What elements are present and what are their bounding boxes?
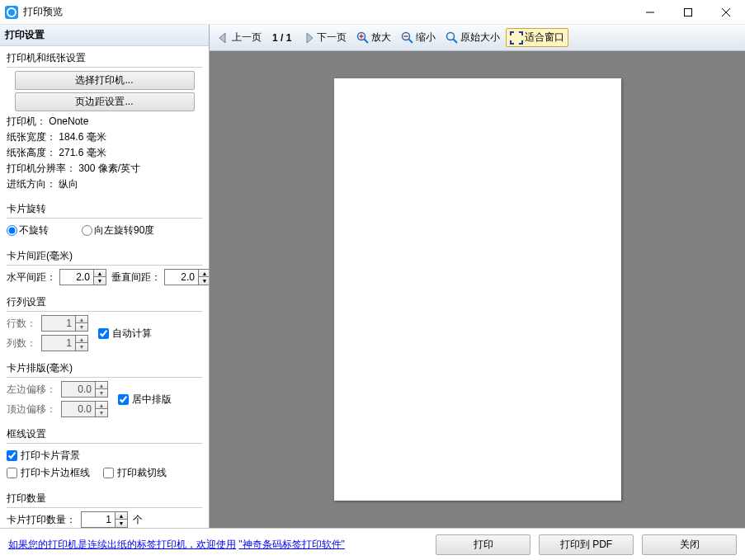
print-button[interactable]: 打印 [436, 534, 530, 555]
center-layout-label: 居中排版 [132, 393, 172, 407]
dpi-value: 300 像素/英寸 [78, 162, 140, 174]
rotate-none-input[interactable] [7, 225, 17, 236]
minimize-icon [646, 8, 654, 16]
rows-label: 行数： [7, 317, 36, 331]
hspacing-down[interactable]: ▼ [94, 277, 106, 285]
print-border-input[interactable] [7, 468, 17, 478]
rows-input [42, 318, 75, 329]
zoom-in-label: 放大 [371, 31, 391, 45]
vspacing-label: 垂直间距： [111, 271, 161, 285]
rotate-left90-input[interactable] [82, 225, 92, 236]
printer-value: OneNote [49, 115, 88, 127]
hspacing-spinner[interactable]: ▲▼ [59, 269, 106, 285]
center-layout-input[interactable] [118, 394, 129, 405]
app-icon [5, 6, 18, 19]
page-indicator: 1 / 1 [267, 32, 296, 44]
cols-input [42, 337, 75, 349]
count-spinner[interactable]: ▲▼ [81, 511, 128, 528]
svg-rect-0 [685, 8, 692, 16]
group-border: 框线设置 打印卡片背景 打印卡片边框线 打印裁切线 [7, 426, 202, 482]
auto-calc-input[interactable] [98, 328, 109, 339]
top-offset-input [62, 403, 95, 415]
cols-down: ▼ [76, 343, 87, 351]
paper-height-label: 纸张高度： [7, 147, 56, 158]
rotate-none-radio[interactable]: 不旋转 [7, 224, 49, 238]
zoom-out-icon [401, 31, 414, 45]
dpi-label: 打印机分辨率： [7, 162, 76, 174]
left-offset-down: ▼ [96, 389, 107, 397]
zoom-in-icon [356, 31, 370, 45]
paper-width-value: 184.6 毫米 [59, 131, 106, 143]
print-border-checkbox[interactable]: 打印卡片边框线 [7, 464, 90, 482]
close-button[interactable] [707, 0, 745, 25]
zoom-reset-icon [446, 31, 459, 45]
rotate-none-label: 不旋转 [19, 224, 49, 238]
count-down[interactable]: ▼ [116, 520, 127, 527]
zoom-in-button[interactable]: 放大 [352, 28, 395, 47]
arrow-right-icon [302, 31, 315, 45]
prev-page-label: 上一页 [232, 31, 262, 45]
footer-link[interactable]: 如果您的打印机是连续出纸的标签打印机，欢迎使用 "神奇条码标签打印软件" [8, 538, 345, 552]
count-unit: 个 [133, 513, 143, 527]
count-input[interactable] [82, 514, 115, 525]
top-offset-down: ▼ [96, 409, 107, 416]
printer-label: 打印机： [7, 115, 46, 127]
rotate-left90-radio[interactable]: 向左旋转90度 [82, 224, 154, 238]
left-offset-label: 左边偏移： [7, 383, 56, 397]
vspacing-spinner[interactable]: ▲▼ [164, 269, 209, 285]
print-cut-label: 打印裁切线 [117, 466, 167, 480]
footer: 如果您的打印机是连续出纸的标签打印机，欢迎使用 "神奇条码标签打印软件" 打印 … [0, 528, 745, 560]
print-bg-label: 打印卡片背景 [21, 449, 80, 463]
footer-link-text-a: 如果您的打印机是连续出纸的标签打印机，欢迎使用 [8, 539, 236, 550]
group-count: 打印数量 卡片打印数量： ▲▼ 个 [7, 490, 202, 528]
group-rowcol-title: 行列设置 [7, 294, 202, 312]
hspacing-input[interactable] [60, 271, 93, 283]
count-up[interactable]: ▲ [116, 512, 127, 520]
auto-calc-label: 自动计算 [112, 327, 152, 341]
rotate-left90-label: 向左旋转90度 [94, 224, 154, 238]
hspacing-label: 水平间距： [7, 271, 56, 285]
fit-window-label: 适合窗口 [525, 31, 564, 45]
print-cut-checkbox[interactable]: 打印裁切线 [103, 464, 167, 482]
auto-calc-checkbox[interactable]: 自动计算 [98, 325, 152, 342]
vspacing-down[interactable]: ▼ [199, 277, 209, 285]
next-page-button[interactable]: 下一页 [298, 28, 351, 47]
feed-label: 进纸方向： [7, 178, 56, 190]
paper-height-info: 纸张高度： 271.6 毫米 [7, 145, 202, 161]
left-offset-spinner: ▲▼ [61, 381, 108, 398]
group-rowcol: 行列设置 行数： ▲▼ 列数： [7, 294, 202, 351]
vspacing-up[interactable]: ▲ [199, 270, 209, 277]
top-offset-spinner: ▲▼ [61, 401, 108, 417]
margin-settings-button[interactable]: 页边距设置... [15, 92, 195, 111]
preview-canvas[interactable] [210, 51, 745, 528]
print-border-label: 打印卡片边框线 [21, 466, 90, 480]
cols-label: 列数： [7, 336, 36, 351]
close-icon [722, 8, 730, 16]
select-printer-button[interactable]: 选择打印机... [15, 71, 195, 90]
rows-down: ▼ [76, 323, 87, 331]
zoom-reset-button[interactable]: 原始大小 [441, 28, 504, 47]
minimize-button[interactable] [631, 0, 669, 25]
close-dialog-button[interactable]: 关闭 [642, 534, 737, 555]
paper-width-label: 纸张宽度： [7, 131, 56, 143]
zoom-out-button[interactable]: 缩小 [397, 28, 440, 47]
print-pdf-button[interactable]: 打印到 PDF [539, 534, 634, 555]
print-bg-checkbox[interactable]: 打印卡片背景 [7, 447, 202, 464]
prev-page-button[interactable]: 上一页 [213, 28, 266, 47]
printer-info: 打印机： OneNote [7, 114, 202, 129]
center-layout-checkbox[interactable]: 居中排版 [118, 391, 172, 408]
print-bg-input[interactable] [7, 450, 17, 461]
maximize-button[interactable] [669, 0, 707, 25]
vspacing-input[interactable] [165, 271, 198, 283]
preview-area: 上一页 1 / 1 下一页 放大 缩小 原始大小 [210, 25, 745, 528]
hspacing-up[interactable]: ▲ [94, 270, 106, 277]
left-offset-up: ▲ [96, 382, 107, 389]
fit-window-button[interactable]: 适合窗口 [506, 28, 568, 47]
footer-link-text-b: "神奇条码标签打印软件" [238, 539, 345, 550]
top-offset-up: ▲ [96, 402, 107, 409]
group-count-title: 打印数量 [7, 490, 202, 508]
fit-window-icon [510, 31, 523, 45]
preview-toolbar: 上一页 1 / 1 下一页 放大 缩小 原始大小 [210, 25, 745, 51]
zoom-reset-label: 原始大小 [460, 31, 500, 45]
print-cut-input[interactable] [103, 468, 114, 478]
